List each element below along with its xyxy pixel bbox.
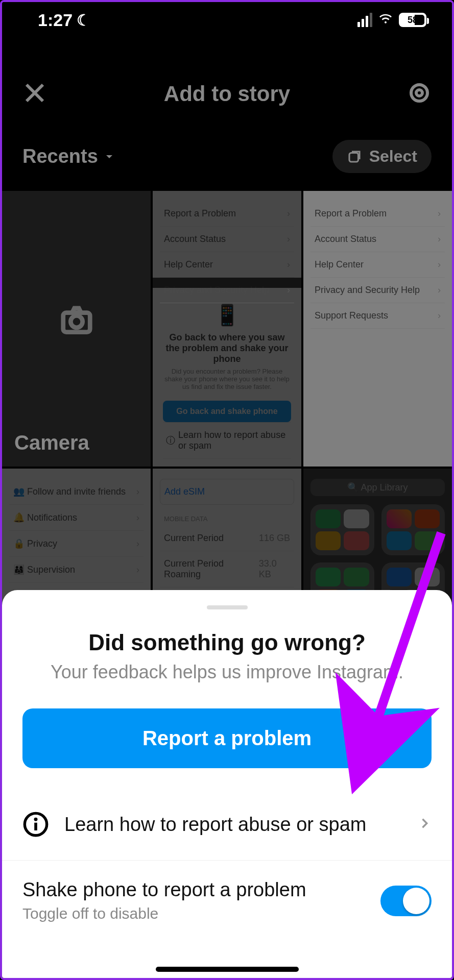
sheet-grabber[interactable]	[207, 605, 248, 609]
shake-toggle-title: Shake phone to report a problem	[22, 879, 380, 901]
camera-label: Camera	[14, 431, 89, 454]
wifi-icon	[377, 10, 394, 30]
shake-toggle-switch[interactable]	[380, 886, 432, 916]
camera-tile[interactable]: Camera	[2, 191, 151, 467]
chevron-down-icon	[103, 145, 115, 167]
media-thumbnail[interactable]: Report a Problem› Account Status› Help C…	[303, 191, 452, 467]
shake-toggle-subtitle: Toggle off to disable	[22, 905, 380, 922]
do-not-disturb-icon: ☾	[77, 11, 90, 29]
media-thumbnail[interactable]: Report a Problem› Account Status› Help C…	[153, 191, 301, 467]
select-label: Select	[369, 147, 417, 166]
camera-icon	[59, 302, 94, 340]
page-title: Add to story	[164, 82, 290, 106]
home-indicator[interactable]	[156, 967, 299, 972]
close-icon[interactable]	[22, 81, 47, 107]
sheet-subtitle: Your feedback helps us improve Instagram…	[2, 662, 452, 683]
recents-dropdown[interactable]: Recents	[22, 145, 115, 167]
chevron-right-icon	[417, 816, 432, 832]
svg-rect-4	[349, 153, 359, 162]
recents-label: Recents	[22, 145, 98, 167]
status-bar: 1:27 ☾ 58	[2, 2, 452, 38]
battery-icon: 58	[399, 13, 426, 27]
learn-report-abuse-row[interactable]: Learn how to report abuse or spam	[2, 789, 452, 861]
report-problem-sheet: Did something go wrong? Your feedback he…	[2, 590, 452, 978]
svg-point-3	[416, 90, 422, 96]
svg-point-2	[411, 85, 427, 101]
gear-icon[interactable]	[407, 81, 432, 107]
info-icon	[22, 811, 49, 838]
svg-rect-9	[34, 823, 37, 830]
svg-point-8	[34, 818, 38, 821]
status-time: 1:27	[38, 10, 73, 30]
sheet-title: Did something go wrong?	[2, 630, 452, 655]
learn-report-label: Learn how to report abuse or spam	[64, 814, 417, 836]
report-problem-button[interactable]: Report a problem	[22, 708, 432, 768]
multi-select-icon	[347, 149, 362, 164]
svg-point-6	[70, 315, 82, 327]
shake-toggle-row: Shake phone to report a problem Toggle o…	[2, 861, 452, 922]
cellular-signal-icon	[357, 13, 372, 27]
select-button[interactable]: Select	[332, 140, 432, 173]
